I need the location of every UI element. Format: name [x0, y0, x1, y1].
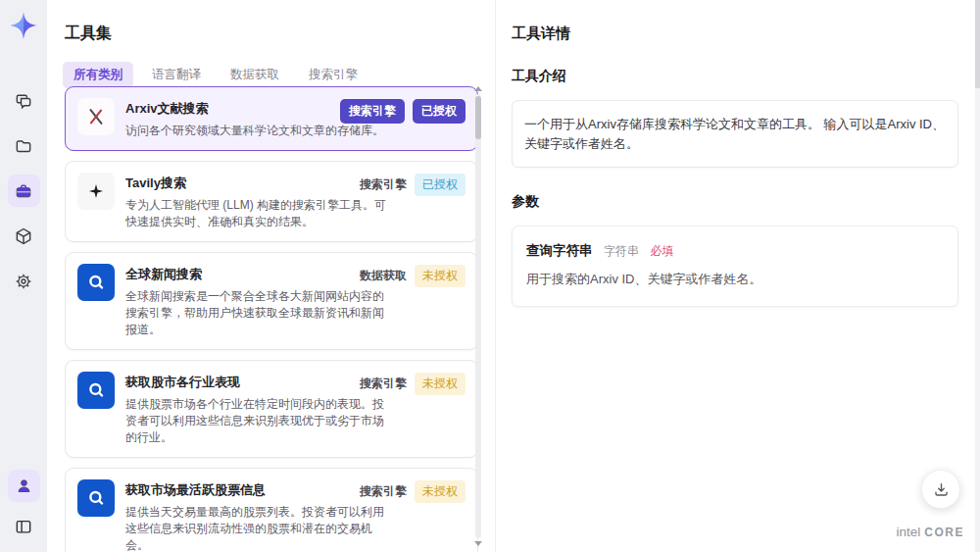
scrollbar-thumb[interactable] [475, 96, 481, 139]
app-logo[interactable] [6, 8, 41, 43]
tool-card-global-news[interactable]: 全球新闻搜索 全球新闻搜索是一个聚合全球各大新闻网站内容的搜索引擎，帮助用户快速… [65, 252, 478, 350]
tool-tags: 搜索引擎 已授权 [340, 99, 466, 124]
blue-search-icon [77, 372, 115, 409]
tool-card-list: Arxiv文献搜索 访问各个研究领域大量科学论文和文章的存储库。 搜索引擎 已授… [65, 86, 478, 552]
category-label: 搜索引擎 [360, 483, 407, 500]
tool-description: 全球新闻搜索是一个聚合全球各大新闻网站内容的搜索引擎，帮助用户快速获取全球最新资… [125, 288, 388, 338]
tavily-sparkle-icon [77, 173, 115, 210]
blue-search-icon [77, 264, 115, 301]
sidebar-bottom [8, 470, 40, 542]
list-scrollbar[interactable] [474, 86, 482, 546]
tool-detail-panel: 工具详情 工具介绍 一个用于从Arxiv存储库搜索科学论文和文章的工具。 输入可… [495, 0, 980, 552]
sparkle-diamond-icon [9, 11, 38, 40]
tool-card-sector-performance[interactable]: 获取股市各行业表现 提供股票市场各个行业在特定时间段内的表现。投资者可以利用这些… [65, 360, 478, 458]
tool-description: 提供当天交易量最高的股票列表。投资者可以利用这些信息来识别流动性强的股票和潜在的… [125, 504, 388, 552]
arxiv-icon [77, 98, 115, 135]
tab-all-categories[interactable]: 所有类别 [63, 62, 133, 88]
chat-icon [14, 91, 33, 111]
settings-icon [14, 272, 33, 291]
download-icon [932, 480, 951, 499]
sidebar-item-chat[interactable] [8, 84, 40, 117]
tools-list-panel: 工具集 所有类别 语言翻译 数据获取 搜索引擎 Arxiv文献搜索 访问各个研究… [47, 0, 490, 552]
parameter-name: 查询字符串 [526, 243, 593, 258]
tool-name: Tavily搜索 [125, 175, 388, 192]
tab-language-translation[interactable]: 语言翻译 [141, 62, 212, 88]
intro-heading: 工具介绍 [512, 68, 958, 85]
sidebar-item-panel-toggle[interactable] [8, 510, 40, 542]
status-badge: 未授权 [415, 265, 466, 287]
page-scrollbar[interactable] [975, 0, 980, 552]
download-button[interactable] [921, 470, 960, 509]
category-badge: 搜索引擎 [340, 99, 405, 124]
tool-intro-text: 一个用于从Arxiv存储库搜索科学论文和文章的工具。 输入可以是Arxiv ID… [512, 100, 958, 168]
status-badge: 已授权 [415, 174, 466, 196]
sidebar-item-tools[interactable] [8, 175, 40, 207]
package-icon [14, 226, 33, 246]
parameter-type: 字符串 [604, 244, 639, 258]
intel-core-logo: intelcore [897, 525, 964, 539]
tool-card-body: 获取市场最活跃股票信息 提供当天交易量最高的股票列表。投资者可以利用这些信息来识… [125, 479, 388, 552]
category-label: 数据获取 [360, 268, 407, 284]
tool-tags: 数据获取 未授权 [360, 265, 466, 287]
parameter-card: 查询字符串 字符串 必填 用于搜索的Arxiv ID、关键字或作者姓名。 [512, 226, 958, 307]
scrollbar-up-arrow[interactable] [474, 86, 482, 91]
tool-name: 获取市场最活跃股票信息 [125, 481, 388, 499]
tool-card-body: 获取股市各行业表现 提供股票市场各个行业在特定时间段内的表现。投资者可以利用这些… [125, 372, 388, 446]
sidebar-item-packages[interactable] [8, 220, 40, 252]
briefcase-icon [14, 181, 33, 201]
parameter-description: 用于搜索的Arxiv ID、关键字或作者姓名。 [526, 271, 944, 288]
tool-card-tavily[interactable]: Tavily搜索 专为人工智能代理 (LLM) 构建的搜索引擎工具。可快速提供实… [65, 161, 478, 242]
status-badge: 未授权 [415, 373, 466, 395]
sidebar-item-files[interactable] [8, 129, 40, 162]
page-title: 工具集 [47, 0, 490, 44]
tool-tags: 搜索引擎 已授权 [360, 174, 466, 196]
status-badge: 未授权 [415, 480, 466, 503]
tool-card-arxiv[interactable]: Arxiv文献搜索 访问各个研究领域大量科学论文和文章的存储库。 搜索引擎 已授… [65, 86, 478, 151]
tool-description: 提供股票市场各个行业在特定时间段内的表现。投资者可以利用这些信息来识别表现优于或… [125, 396, 388, 446]
category-label: 搜索引擎 [360, 176, 407, 193]
folder-icon [14, 136, 33, 156]
tool-name: 获取股市各行业表现 [125, 374, 388, 391]
params-heading: 参数 [512, 193, 958, 211]
tool-tags: 搜索引擎 未授权 [360, 480, 466, 503]
sidebar [0, 0, 47, 552]
category-tabs: 所有类别 语言翻译 数据获取 搜索引擎 [63, 62, 490, 88]
tool-description: 专为人工智能代理 (LLM) 构建的搜索引擎工具。可快速提供实时、准确和真实的结… [125, 197, 388, 230]
blue-search-icon [77, 479, 115, 517]
tool-description: 访问各个研究领域大量科学论文和文章的存储库。 [125, 123, 388, 139]
detail-panel-title: 工具详情 [512, 25, 958, 43]
tool-name: 全球新闻搜索 [125, 266, 388, 283]
tool-tags: 搜索引擎 未授权 [360, 373, 466, 395]
scrollbar-track[interactable] [475, 94, 481, 538]
tool-card-most-active-stocks[interactable]: 获取市场最活跃股票信息 提供当天交易量最高的股票列表。投资者可以利用这些信息来识… [65, 468, 478, 552]
core-brand-text: core [924, 526, 964, 539]
app-root: 工具集 所有类别 语言翻译 数据获取 搜索引擎 Arxiv文献搜索 访问各个研究… [0, 0, 980, 552]
tool-card-body: Tavily搜索 专为人工智能代理 (LLM) 构建的搜索引擎工具。可快速提供实… [125, 173, 388, 230]
parameter-header: 查询字符串 字符串 必填 [526, 241, 944, 260]
tab-search-engine[interactable]: 搜索引擎 [298, 62, 368, 88]
tool-card-body: 全球新闻搜索 全球新闻搜索是一个聚合全球各大新闻网站内容的搜索引擎，帮助用户快速… [125, 264, 388, 338]
sidebar-nav [8, 84, 40, 297]
panel-toggle-icon [14, 517, 33, 536]
page-scrollbar-thumb[interactable] [975, 0, 980, 88]
scrollbar-down-arrow[interactable] [474, 541, 482, 546]
sidebar-item-settings[interactable] [8, 265, 40, 297]
status-badge: 已授权 [413, 99, 466, 124]
category-label: 搜索引擎 [360, 376, 407, 392]
user-icon [15, 477, 33, 495]
intel-brand-text: intel [897, 525, 921, 539]
tab-data-fetch[interactable]: 数据获取 [220, 62, 290, 88]
sidebar-item-account[interactable] [8, 470, 40, 502]
parameter-required-flag: 必填 [650, 244, 673, 258]
